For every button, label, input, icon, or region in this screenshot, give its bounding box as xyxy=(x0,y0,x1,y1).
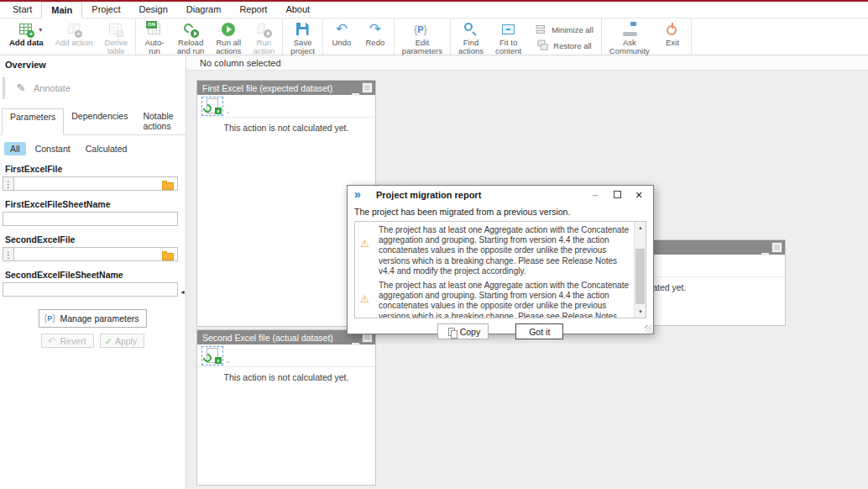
import-excel-action-icon[interactable]: x xyxy=(201,346,223,365)
parameter-input[interactable] xyxy=(3,212,178,226)
toolbar-button[interactable]: ▾ Derive table xyxy=(99,18,133,55)
toolbar-button[interactable]: + ▾ Add action xyxy=(50,18,99,55)
annotate-button[interactable]: ✎ Annotate xyxy=(3,77,186,99)
parameter-row: ⋮ xyxy=(3,212,178,226)
toolbar-button-icon-area: ▾ xyxy=(500,21,517,38)
copy-icon xyxy=(446,326,458,338)
toolbar-button-label: Undo xyxy=(332,39,352,47)
table-panel-second: Second Excel file (actual dataset) x ⌄ T… xyxy=(196,329,376,486)
toolbar-button[interactable]: ▾ Run all actions xyxy=(210,18,247,55)
toolbar-button[interactable]: ▾ Run action xyxy=(247,18,280,55)
dialog-resize-grip[interactable] xyxy=(645,325,652,333)
parameter-list: FirstExcelFile ⋮ FirstExcelFileSheetName… xyxy=(0,164,186,297)
toolbar-button-icon-area: + ▾ xyxy=(18,21,34,38)
undo-icon: ↶ xyxy=(333,21,350,38)
toolbar-button[interactable]: ▾ Reload and run xyxy=(171,18,210,55)
toolbar-button[interactable]: ON ▾ Auto- run xyxy=(138,18,171,55)
toolbar-button[interactable]: ▾ Save project xyxy=(285,18,321,55)
toolbar-button[interactable]: ▾ Ask Community xyxy=(604,18,656,55)
revert-button[interactable]: ↶Revert xyxy=(41,334,94,348)
parameter-input[interactable] xyxy=(3,282,178,297)
action-expand-caret[interactable]: ⌄ xyxy=(226,358,231,365)
scrollbar-up-arrow[interactable]: ▲ xyxy=(635,222,646,234)
parameter-menu-button[interactable]: ⋮ xyxy=(3,176,13,191)
sidebar-tab-label: Parameters xyxy=(10,112,55,122)
fit-icon xyxy=(500,21,517,38)
folder-icon[interactable] xyxy=(161,177,175,190)
parameter-filter[interactable]: All xyxy=(4,142,26,155)
sidebar-collapse-handle[interactable]: ◄ xyxy=(179,282,186,292)
menu-tab[interactable]: Main xyxy=(41,2,82,18)
toolbar-row-button[interactable]: Minimize all xyxy=(533,22,593,38)
panel-maximize-button[interactable] xyxy=(363,81,372,96)
sidebar-tab[interactable]: Dependencies xyxy=(64,108,135,134)
folder-icon[interactable] xyxy=(161,248,175,260)
sidebar-tab[interactable]: Notable actions xyxy=(135,108,186,134)
panel-maximize-button[interactable] xyxy=(772,240,782,255)
got-it-button[interactable]: Got it xyxy=(515,323,563,339)
toolbar-button-label: Find actions xyxy=(458,39,484,55)
action-expand-caret[interactable]: ⌄ xyxy=(226,108,231,115)
toolbar-button-label: Exit xyxy=(666,39,679,47)
sidebar-tab-label: Notable actions xyxy=(143,111,178,131)
toolbar-row-button[interactable]: Restore all xyxy=(535,38,591,54)
toolbar-button-label: Ask Community xyxy=(609,39,650,55)
parameter-input[interactable] xyxy=(13,247,178,261)
toolbar-button-label: Add action xyxy=(55,39,93,47)
import-excel-action-icon[interactable]: x xyxy=(201,97,223,116)
migration-warning-list: ⚠ The project has at least one Aggregate… xyxy=(354,221,646,318)
overview-heading: Overview xyxy=(5,60,186,70)
toolbar-button[interactable]: ▾ Minimize all Restore all xyxy=(527,18,599,55)
project-migration-dialog: » Project migration report – × The proje… xyxy=(347,185,654,334)
dialog-minimize-button[interactable]: – xyxy=(584,187,606,202)
copy-button[interactable]: Copy xyxy=(437,323,489,339)
edit-params-icon: {P} xyxy=(44,312,58,326)
apply-check-icon: ✓ xyxy=(105,335,112,347)
menu-tab-label: Start xyxy=(13,4,32,14)
toolbar-button[interactable]: + ▾ Add data xyxy=(3,18,50,55)
parameter-label: FirstExcelFileSheetName xyxy=(5,199,186,209)
menu-tab[interactable]: Report xyxy=(230,2,276,18)
dialog-close-button[interactable]: × xyxy=(628,187,650,202)
scrollbar-thumb[interactable] xyxy=(635,249,645,304)
menu-tab[interactable]: About xyxy=(276,2,319,18)
dialog-titlebar[interactable]: » Project migration report – × xyxy=(348,186,653,203)
toolbar-button-icon-area: ▾ xyxy=(182,21,199,38)
menu-tab[interactable]: Design xyxy=(130,2,177,18)
find-icon xyxy=(463,21,479,38)
toolbar-button[interactable]: ▾ Fit to content xyxy=(489,18,527,55)
panel-minimize-button[interactable] xyxy=(761,240,769,255)
apply-button[interactable]: ✓Apply xyxy=(100,334,144,348)
parameter-filter[interactable]: Constant xyxy=(29,142,76,155)
menu-tab[interactable]: Diagram xyxy=(177,2,231,18)
revert-icon: ↶ xyxy=(46,335,58,347)
toolbar-button[interactable]: ↷ ▾ Redo xyxy=(358,18,392,55)
menu-tab[interactable]: Start xyxy=(3,2,41,18)
sidebar-tab[interactable]: Parameters xyxy=(2,108,64,135)
parameter-filter[interactable]: Calculated xyxy=(80,142,133,155)
dialog-maximize-button[interactable] xyxy=(606,187,628,202)
toolbar-button[interactable]: ▾ Find actions xyxy=(452,18,489,55)
toolbar-button[interactable]: ▾ Exit xyxy=(656,18,689,55)
dropdown-caret-icon[interactable]: ▾ xyxy=(39,26,42,34)
parameter-input[interactable] xyxy=(13,176,178,191)
scrollbar[interactable]: ▲ ▼ xyxy=(634,222,646,318)
panel-titlebar[interactable]: First Excel file (expected dataset) xyxy=(197,81,375,95)
dialog-intro-text: The project has been migrated from a pre… xyxy=(354,207,646,217)
parameter-menu-button[interactable]: ⋮ xyxy=(3,247,13,261)
parameter-row: ⋮ xyxy=(3,282,178,297)
toolbar-button[interactable]: {P} ▾ Edit parameters xyxy=(396,18,448,55)
menu-tab[interactable]: Project xyxy=(82,2,129,18)
parameter-filter-label: Calculated xyxy=(86,144,128,154)
toolbar-row-label: Restore all xyxy=(553,41,591,50)
panel-minimize-button[interactable] xyxy=(352,81,359,96)
manage-parameters-button[interactable]: {P} Manage parameters xyxy=(39,309,148,328)
toolbar-button-icon-area: ▾ xyxy=(107,21,124,38)
copy-label: Copy xyxy=(460,327,481,337)
toolbar-button-label: Edit parameters xyxy=(402,39,442,55)
toolbar-button-icon-area: ▾ xyxy=(295,21,311,38)
scrollbar-down-arrow[interactable]: ▼ xyxy=(635,306,646,318)
toolbar-button[interactable]: ↶ ▾ Undo xyxy=(325,18,358,55)
panel-message: This action is not calculated yet. xyxy=(197,372,375,382)
minimize-all-icon xyxy=(535,23,548,36)
